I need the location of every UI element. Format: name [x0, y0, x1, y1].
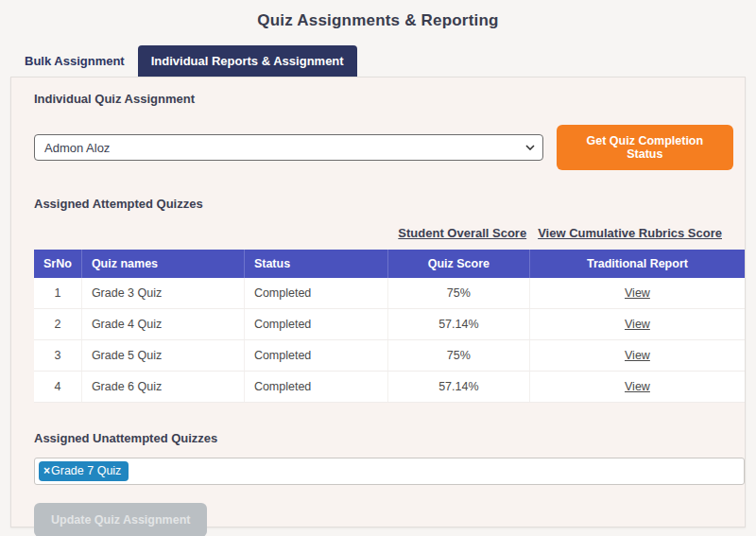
- student-overall-score-link[interactable]: Student Overall Score: [398, 226, 526, 240]
- cell-status: Completed: [244, 278, 387, 309]
- attempted-quizzes-table: SrNo Quiz names Status Quiz Score Tradit…: [34, 250, 745, 403]
- header-status: Status: [244, 250, 387, 278]
- view-cumulative-rubrics-score-link[interactable]: View Cumulative Rubrics Score: [538, 226, 722, 240]
- student-select[interactable]: Admon Aloz: [34, 134, 543, 161]
- student-select-wrap: Admon Aloz: [34, 134, 543, 161]
- get-quiz-completion-status-button[interactable]: Get Quiz Completion Status: [557, 125, 733, 170]
- tab-individual-reports[interactable]: Individual Reports & Assignment: [138, 45, 357, 77]
- cell-status: Completed: [244, 340, 387, 372]
- cell-srno: 2: [34, 309, 81, 340]
- table-row: 4 Grade 6 Quiz Completed 57.14% View: [34, 372, 745, 403]
- remove-tag-icon[interactable]: ×: [43, 464, 50, 477]
- cell-srno: 3: [34, 340, 81, 372]
- quiz-tag: × Grade 7 Quiz: [39, 461, 129, 481]
- table-row: 3 Grade 5 Quiz Completed 75% View: [34, 340, 745, 372]
- cell-quiz-name: Grade 3 Quiz: [81, 278, 244, 309]
- page-title: Quiz Assignments & Reporting: [0, 0, 756, 30]
- unattempted-quizzes-input[interactable]: × Grade 7 Quiz: [34, 458, 745, 485]
- cell-status: Completed: [244, 372, 387, 403]
- header-traditional-report: Traditional Report: [529, 250, 745, 278]
- tab-bar: Bulk Assignment Individual Reports & Ass…: [11, 45, 756, 77]
- tab-bulk-assignment[interactable]: Bulk Assignment: [11, 45, 138, 77]
- cell-quiz-score: 57.14%: [387, 372, 529, 403]
- cell-srno: 4: [34, 372, 81, 403]
- view-report-link[interactable]: View: [625, 286, 650, 300]
- assigned-unattempted-quizzes-heading: Assigned Unattempted Quizzes: [34, 431, 733, 445]
- individual-quiz-assignment-heading: Individual Quiz Assignment: [34, 92, 733, 106]
- view-report-link[interactable]: View: [625, 349, 650, 362]
- cell-quiz-score: 75%: [387, 340, 529, 372]
- cell-quiz-score: 75%: [387, 278, 529, 309]
- student-select-row: Admon Aloz Get Quiz Completion Status: [34, 125, 733, 170]
- view-report-link[interactable]: View: [625, 318, 650, 331]
- cell-quiz-score: 57.14%: [387, 309, 529, 340]
- individual-assignment-panel: Individual Quiz Assignment Admon Aloz Ge…: [10, 77, 746, 527]
- assigned-attempted-quizzes-heading: Assigned Attempted Quizzes: [34, 197, 733, 211]
- cell-quiz-name: Grade 6 Quiz: [81, 372, 244, 403]
- cell-quiz-name: Grade 4 Quiz: [81, 309, 244, 340]
- header-quiz-names: Quiz names: [81, 250, 244, 278]
- cell-srno: 1: [34, 278, 81, 309]
- quiz-tag-label: Grade 7 Quiz: [51, 464, 121, 477]
- header-quiz-score: Quiz Score: [387, 250, 529, 278]
- update-quiz-assignment-button[interactable]: Update Quiz Assignment: [34, 503, 207, 536]
- view-report-link[interactable]: View: [625, 380, 650, 393]
- score-links-row: Student Overall Score View Cumulative Ru…: [34, 226, 722, 240]
- cell-quiz-name: Grade 5 Quiz: [81, 340, 244, 372]
- table-header-row: SrNo Quiz names Status Quiz Score Tradit…: [34, 250, 745, 278]
- table-row: 2 Grade 4 Quiz Completed 57.14% View: [34, 309, 745, 340]
- table-row: 1 Grade 3 Quiz Completed 75% View: [34, 278, 745, 309]
- header-srno: SrNo: [34, 250, 81, 278]
- cell-status: Completed: [244, 309, 387, 340]
